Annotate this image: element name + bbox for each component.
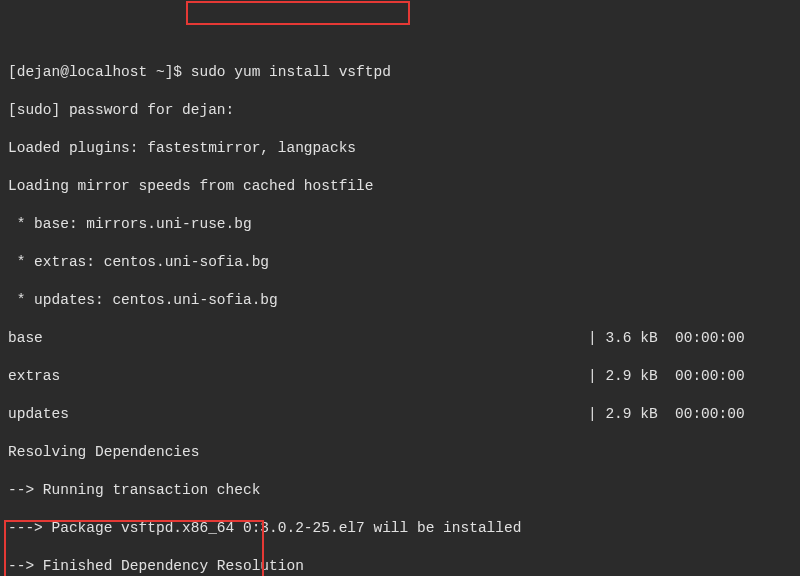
command-text: sudo yum install vsftpd (191, 64, 391, 80)
mirror-extras-line: * extras: centos.uni-sofia.bg (8, 253, 792, 272)
mirror-base-line: * base: mirrors.uni-ruse.bg (8, 215, 792, 234)
repo-row: base| 3.6 kB 00:00:00 (8, 329, 792, 348)
repo-row: extras| 2.9 kB 00:00:00 (8, 367, 792, 386)
repo-name: updates (8, 405, 588, 424)
loading-line: Loading mirror speeds from cached hostfi… (8, 177, 792, 196)
plugins-line: Loaded plugins: fastestmirror, langpacks (8, 139, 792, 158)
prompt-userhost: [dejan@localhost ~]$ (8, 64, 182, 80)
repo-row: updates| 2.9 kB 00:00:00 (8, 405, 792, 424)
resolving-line: Resolving Dependencies (8, 443, 792, 462)
repo-name: extras (8, 367, 588, 386)
check-line: --> Running transaction check (8, 481, 792, 500)
repo-size: | 3.6 kB 00:00:00 (588, 330, 745, 346)
prompt-line: [dejan@localhost ~]$ sudo yum install vs… (8, 63, 792, 82)
highlight-command-box (186, 1, 410, 25)
pkg-line: ---> Package vsftpd.x86_64 0:3.0.2-25.el… (8, 519, 792, 538)
repo-size: | 2.9 kB 00:00:00 (588, 406, 745, 422)
sudo-password-line: [sudo] password for dejan: (8, 101, 792, 120)
mirror-updates-line: * updates: centos.uni-sofia.bg (8, 291, 792, 310)
repo-size: | 2.9 kB 00:00:00 (588, 368, 745, 384)
terminal-window[interactable]: [dejan@localhost ~]$ sudo yum install vs… (0, 0, 800, 576)
repo-name: base (8, 329, 588, 348)
finished-line: --> Finished Dependency Resolution (8, 557, 792, 576)
